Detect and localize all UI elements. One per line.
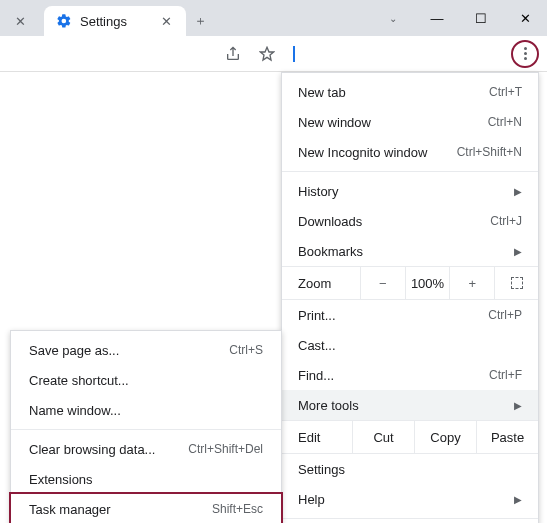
zoom-in-button[interactable]: + xyxy=(449,267,494,299)
bookmark-star-icon[interactable] xyxy=(253,40,281,68)
chevron-right-icon: ▶ xyxy=(514,246,522,257)
submenu-create-shortcut[interactable]: Create shortcut... xyxy=(11,365,281,395)
submenu-extensions[interactable]: Extensions xyxy=(11,464,281,494)
tab-settings[interactable]: Settings ✕ xyxy=(44,6,186,36)
menu-bookmarks[interactable]: Bookmarks▶ xyxy=(282,236,538,266)
fullscreen-icon xyxy=(511,277,523,289)
paste-button[interactable]: Paste xyxy=(476,421,538,453)
share-icon[interactable] xyxy=(219,40,247,68)
separator xyxy=(282,171,538,172)
separator xyxy=(282,518,538,519)
fullscreen-button[interactable] xyxy=(494,267,538,299)
chevron-right-icon: ▶ xyxy=(514,494,522,505)
titlebar: ✕ Settings ✕ ＋ ⌄ — ☐ ✕ xyxy=(0,0,547,36)
more-tools-submenu: Save page as...Ctrl+S Create shortcut...… xyxy=(10,330,282,523)
menu-new-tab[interactable]: New tabCtrl+T xyxy=(282,77,538,107)
zoom-label: Zoom xyxy=(282,276,360,291)
chevron-right-icon: ▶ xyxy=(514,400,522,411)
close-icon[interactable]: ✕ xyxy=(12,14,28,29)
close-icon[interactable]: ✕ xyxy=(158,14,174,29)
tab-blank[interactable]: ✕ xyxy=(0,6,40,36)
menu-find[interactable]: Find...Ctrl+F xyxy=(282,360,538,390)
more-menu-button[interactable] xyxy=(511,40,539,68)
cut-button[interactable]: Cut xyxy=(352,421,414,453)
chevron-down-icon[interactable]: ⌄ xyxy=(371,0,415,36)
menu-help[interactable]: Help▶ xyxy=(282,484,538,514)
submenu-clear-data[interactable]: Clear browsing data...Ctrl+Shift+Del xyxy=(11,434,281,464)
menu-cast[interactable]: Cast... xyxy=(282,330,538,360)
submenu-save-page[interactable]: Save page as...Ctrl+S xyxy=(11,335,281,365)
new-tab-button[interactable]: ＋ xyxy=(186,6,214,36)
gear-icon xyxy=(56,13,72,29)
minimize-button[interactable]: — xyxy=(415,0,459,36)
zoom-out-button[interactable]: − xyxy=(360,267,405,299)
menu-downloads[interactable]: DownloadsCtrl+J xyxy=(282,206,538,236)
edit-row: Edit Cut Copy Paste xyxy=(282,420,538,454)
menu-settings[interactable]: Settings xyxy=(282,454,538,484)
vertical-dots-icon xyxy=(524,47,527,60)
menu-new-window[interactable]: New windowCtrl+N xyxy=(282,107,538,137)
menu-history[interactable]: History▶ xyxy=(282,176,538,206)
tab-label: Settings xyxy=(80,14,150,29)
edit-label: Edit xyxy=(282,430,352,445)
menu-more-tools[interactable]: More tools▶ xyxy=(282,390,538,420)
submenu-task-manager[interactable]: Task managerShift+Esc xyxy=(11,494,281,523)
main-menu: New tabCtrl+T New windowCtrl+N New Incog… xyxy=(281,72,539,523)
copy-button[interactable]: Copy xyxy=(414,421,476,453)
close-window-button[interactable]: ✕ xyxy=(503,0,547,36)
zoom-value: 100% xyxy=(405,267,450,299)
chevron-right-icon: ▶ xyxy=(514,186,522,197)
menu-incognito[interactable]: New Incognito windowCtrl+Shift+N xyxy=(282,137,538,167)
submenu-name-window[interactable]: Name window... xyxy=(11,395,281,425)
maximize-button[interactable]: ☐ xyxy=(459,0,503,36)
toolbar xyxy=(0,36,547,72)
separator xyxy=(11,429,281,430)
omnibox-cursor xyxy=(293,46,295,62)
zoom-row: Zoom − 100% + xyxy=(282,266,538,300)
menu-print[interactable]: Print...Ctrl+P xyxy=(282,300,538,330)
